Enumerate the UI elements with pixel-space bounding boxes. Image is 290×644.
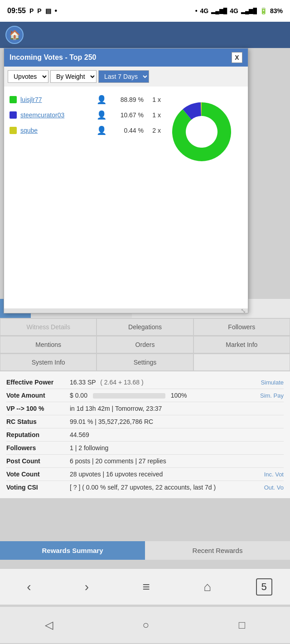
android-recent-button[interactable]: □ <box>239 619 246 631</box>
tab-rewards-summary[interactable]: Rewards Summary <box>0 541 145 560</box>
vote-amount-extra[interactable]: Sim. Pay <box>260 392 284 399</box>
modal-resize-handle[interactable]: ⤡ <box>4 308 248 313</box>
rc-status-label: RC Status <box>6 418 70 425</box>
vote-color-indicator <box>10 96 17 103</box>
vote-count-value: 28 upvotes | 16 upvotes received <box>70 471 264 478</box>
voting-csi-extra[interactable]: Out. Vo <box>264 484 284 491</box>
android-nav: ◁ ○ □ <box>0 607 290 643</box>
vp-row: VP --> 100 % in 1d 13h 42m | Tomorrow, 2… <box>6 402 284 415</box>
vote-amount-row: Vote Amount $ 0.00 100% Sim. Pay <box>6 389 284 402</box>
vote-percent: 88.89 % <box>112 96 144 103</box>
rc-status-row: RC Status 99.01 % | 35,527,226,786 RC <box>6 415 284 428</box>
battery-percent: 83% <box>270 7 283 14</box>
modal-title: Incoming Votes - Top 250 <box>10 53 96 62</box>
status-right: • 4G ▂▄▆█ 4G ▂▄▆█ 🔋 83% <box>195 7 283 14</box>
tabs-row-4: System Info Settings <box>0 354 290 371</box>
effective-power-extra[interactable]: Simulate <box>261 379 284 386</box>
vote-count: 1 x <box>147 111 161 119</box>
post-count-label: Post Count <box>6 457 70 465</box>
vp-label: VP --> 100 % <box>6 405 70 412</box>
battery-icon: 🔋 <box>260 7 267 14</box>
vote-username[interactable]: sqube <box>20 127 93 134</box>
tab-witness-details[interactable]: Witness Details <box>0 318 97 336</box>
tab-mentions[interactable]: Mentions <box>0 336 97 353</box>
vote-color-indicator <box>10 111 17 119</box>
effective-power-label: Effective Power <box>6 379 70 386</box>
status-bar: 09:55 P P ▤ • • 4G ▂▄▆█ 4G ▂▄▆█ 🔋 83% <box>0 0 290 22</box>
user-icon: 👤 <box>97 125 106 135</box>
android-back-button[interactable]: ◁ <box>45 619 53 631</box>
tab-settings[interactable]: Settings <box>97 354 193 371</box>
tabs-row-2: Witness Details Delegations Followers <box>0 318 290 336</box>
post-count-value: 6 posts | 20 comments | 27 replies <box>70 457 284 465</box>
tab-empty <box>193 354 290 371</box>
rewards-section: Rewards Summary Recent Rewards <box>0 541 290 560</box>
signal-bars-1: ▂▄▆█ <box>211 8 227 14</box>
forward-button[interactable]: › <box>76 576 98 598</box>
reputation-label: Reputation <box>6 431 70 438</box>
bottom-nav: ‹ › ≡ ⌂ 5 <box>0 568 290 605</box>
vote-row: sqube 👤 0.44 % 2 x <box>10 123 161 138</box>
tab-delegations[interactable]: Delegations <box>97 318 193 336</box>
vp-value: in 1d 13h 42m | Tomorrow, 23:37 <box>70 405 284 412</box>
back-button[interactable]: ‹ <box>18 576 40 598</box>
rewards-tabs: Rewards Summary Recent Rewards <box>0 541 290 560</box>
tab-orders[interactable]: Orders <box>97 336 193 353</box>
vote-username[interactable]: luisjlr77 <box>20 96 93 103</box>
carrier-icon-2: P <box>37 7 41 14</box>
user-icon: 👤 <box>97 110 106 120</box>
days-select[interactable]: Last 7 Days <box>98 70 149 83</box>
vote-count-row: Vote Count 28 upvotes | 16 upvotes recei… <box>6 468 284 481</box>
vote-count: 1 x <box>147 96 161 103</box>
modal-close-button[interactable]: X <box>232 52 242 63</box>
resize-icon: ⤡ <box>241 307 246 314</box>
voting-csi-row: Voting CSI [ ? ] ( 0.00 % self, 27 upvot… <box>6 481 284 494</box>
tab-followers[interactable]: Followers <box>193 318 290 336</box>
signal-dot: • <box>195 7 198 14</box>
vote-count: 2 x <box>147 127 161 134</box>
home-button[interactable]: ⌂ <box>194 576 220 598</box>
tabs-button[interactable]: 5 <box>256 578 272 596</box>
incoming-votes-modal: Incoming Votes - Top 250 X Upvotes By We… <box>4 48 248 313</box>
post-count-row: Post Count 6 posts | 20 comments | 27 re… <box>6 455 284 468</box>
menu-button[interactable]: ≡ <box>134 576 159 598</box>
vote-type-select[interactable]: Upvotes <box>8 70 48 83</box>
vote-amount-value: $ 0.00 100% <box>70 392 260 399</box>
stats-section: Stats Balances Account Details Witness D… <box>0 299 290 498</box>
stats-table: Effective Power 16.33 SP ( 2.64 + 13.68 … <box>0 371 290 498</box>
reputation-value: 44.569 <box>70 431 284 438</box>
vote-list: luisjlr77 👤 88.89 % 1 x steemcurator03 👤… <box>10 92 161 303</box>
network-4g-2: 4G <box>230 7 238 14</box>
vote-color-indicator <box>10 127 17 134</box>
signal-bars-2: ▂▄▆█ <box>241 8 257 14</box>
tab-recent-rewards[interactable]: Recent Rewards <box>145 541 290 560</box>
modal-body: luisjlr77 👤 88.89 % 1 x steemcurator03 👤… <box>4 87 248 308</box>
followers-row: Followers 1 | 2 following <box>6 442 284 455</box>
status-left: 09:55 P P ▤ • <box>7 7 57 15</box>
network-4g: 4G <box>200 7 209 14</box>
modal-controls: Upvotes By Weight Last 7 Days <box>4 67 248 87</box>
time: 09:55 <box>7 7 26 15</box>
tabs-row-3: Mentions Orders Market Info <box>0 336 290 354</box>
donut-chart-container <box>161 92 242 303</box>
vote-row: steemcurator03 👤 10.67 % 1 x <box>10 107 161 123</box>
vote-username[interactable]: steemcurator03 <box>20 111 93 119</box>
vote-count-extra[interactable]: Inc. Vot <box>264 471 284 478</box>
vote-row: luisjlr77 👤 88.89 % 1 x <box>10 92 161 107</box>
effective-power-row: Effective Power 16.33 SP ( 2.64 + 13.68 … <box>6 376 284 389</box>
tab-market-info[interactable]: Market Info <box>193 336 290 353</box>
rc-status-value: 99.01 % | 35,527,226,786 RC <box>70 418 284 425</box>
android-home-button[interactable]: ○ <box>142 619 149 631</box>
sim-icon: ▤ <box>45 7 51 14</box>
tab-system-info[interactable]: System Info <box>0 354 97 371</box>
reputation-row: Reputation 44.569 <box>6 428 284 442</box>
vote-count-label: Vote Count <box>6 471 70 478</box>
home-nav-button[interactable]: 🏠 <box>5 26 24 44</box>
user-icon: 👤 <box>97 95 106 105</box>
donut-chart <box>165 96 238 168</box>
followers-value: 1 | 2 following <box>70 444 284 452</box>
weight-select[interactable]: By Weight <box>50 70 97 83</box>
dot-icon: • <box>55 7 58 15</box>
top-nav: 🏠 <box>0 22 290 48</box>
carrier-icon-1: P <box>29 7 34 14</box>
